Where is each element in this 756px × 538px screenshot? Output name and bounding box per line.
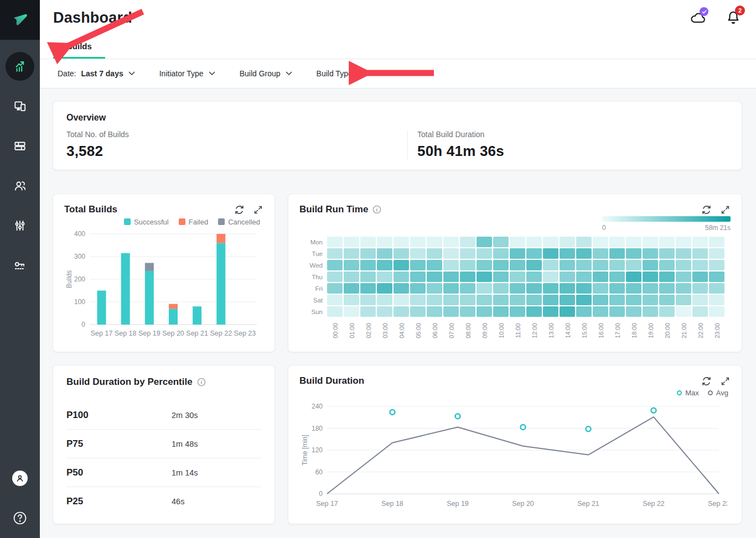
heatmap-cell <box>526 283 542 294</box>
percentile-value: 1m 14s <box>172 468 198 477</box>
refresh-button[interactable] <box>701 204 712 215</box>
filter-build-type[interactable]: Build Type <box>317 69 364 78</box>
heatmap-cell <box>676 295 691 305</box>
chevron-down-icon <box>358 71 364 76</box>
heatmap-cell <box>344 295 359 305</box>
heatmap-cell <box>543 306 558 317</box>
tab-builds[interactable]: Builds <box>53 41 105 59</box>
heatmap-cell <box>659 260 675 270</box>
legend-swatch-successful <box>124 218 131 225</box>
heatmap-cell <box>560 248 575 259</box>
percentile-rows: P100 2m 30s P75 1m 48s P50 1m 14s P25 46… <box>66 401 261 516</box>
legend-item-cancelled[interactable]: Cancelled <box>218 218 260 226</box>
build-duration-card: Build Duration <box>288 365 742 524</box>
app-logo[interactable] <box>0 0 40 40</box>
heatmap-time-label: 19:00 <box>643 317 659 344</box>
total-builds-card: Total Builds <box>53 194 275 352</box>
bar-segment-successful <box>97 291 106 325</box>
heatmap-cell <box>560 237 575 247</box>
y-tick-label: 60 <box>315 468 323 476</box>
heatmap-cell <box>393 260 409 270</box>
percentile-title: Build Duration by Percentile <box>66 377 193 388</box>
percentile-card: Build Duration by Percentile P100 2m 30s… <box>53 365 275 524</box>
sidebar-item-team[interactable] <box>0 166 40 206</box>
heatmap-cell <box>526 306 542 317</box>
devices-icon <box>13 99 27 113</box>
cloud-status-button[interactable] <box>690 9 706 26</box>
sidebar-bottom <box>0 458 40 538</box>
filter-build-group[interactable]: Build Group <box>240 69 292 78</box>
page-content: Overview Total No. of Builds 3,582 Total… <box>40 88 756 524</box>
legend-item-successful[interactable]: Successful <box>124 218 169 226</box>
legend-swatch-failed <box>179 218 185 225</box>
heatmap-time-label: 03:00 <box>377 317 393 344</box>
heatmap-cell <box>344 271 359 282</box>
y-tick-label: 0 <box>81 321 85 328</box>
y-tick-label: 400 <box>74 230 85 238</box>
heatmap-cell <box>427 248 442 259</box>
sidebar-item-apps[interactable] <box>0 86 40 126</box>
build-duration-legend: Max Avg <box>299 386 728 399</box>
legend-label: Avg <box>716 389 728 397</box>
heatmap-cell <box>593 283 608 294</box>
legend-item-failed[interactable]: Failed <box>179 218 208 226</box>
chevron-down-icon <box>209 71 215 76</box>
percentile-row: P75 1m 48s <box>66 430 261 458</box>
heatmap-cell <box>643 295 658 305</box>
overview-card: Overview Total No. of Builds 3,582 Total… <box>53 101 742 170</box>
info-button[interactable] <box>197 378 206 386</box>
charts-row-2: Build Duration by Percentile P100 2m 30s… <box>53 365 742 524</box>
heatmap-cell <box>626 295 641 305</box>
heatmap-cell <box>410 248 426 259</box>
help-button[interactable] <box>0 498 40 538</box>
filter-date[interactable]: Date: Last 7 days <box>58 69 135 78</box>
heatmap-cell <box>659 283 675 294</box>
heatmap-cell <box>593 306 608 317</box>
info-button[interactable] <box>372 205 381 214</box>
heatmap-cell <box>377 237 392 247</box>
percentile-value: 2m 30s <box>172 411 198 420</box>
heatmap-cell <box>659 237 675 247</box>
heatmap-cell <box>377 283 392 294</box>
heatmap-cell <box>443 271 459 282</box>
heatmap-cell <box>410 271 426 282</box>
heatmap-cell <box>410 306 426 317</box>
heatmap-cell <box>477 260 492 270</box>
legend-item-avg[interactable]: Avg <box>708 389 728 397</box>
percentile-label: P50 <box>66 467 172 478</box>
filter-initiator-type[interactable]: Initiator Type <box>159 69 215 78</box>
sidebar-item-insights[interactable] <box>0 46 40 86</box>
heatmap-time-label: 15:00 <box>576 317 593 344</box>
refresh-icon <box>701 205 712 215</box>
sidebar-item-credentials[interactable] <box>0 246 40 285</box>
expand-button[interactable] <box>719 204 731 215</box>
total-builds-title: Total Builds <box>64 204 117 215</box>
x-tick-label: Sep 23 <box>234 330 256 337</box>
heatmap-time-label: 00:00 <box>327 317 344 344</box>
refresh-button[interactable] <box>701 375 712 386</box>
key-icon <box>13 258 27 273</box>
heatmap-row: Tue <box>299 248 731 259</box>
bar-segment-successful <box>169 309 178 325</box>
heatmap-cell <box>327 306 343 317</box>
heatmap-cell <box>344 237 359 247</box>
heatmap-time-labels: 00:0001:0002:0003:0004:0005:0006:0007:00… <box>327 317 731 344</box>
user-avatar[interactable] <box>0 458 40 498</box>
sidebar <box>0 0 40 538</box>
sidebar-item-pipelines[interactable] <box>0 126 40 166</box>
heatmap-cell <box>427 295 442 305</box>
refresh-button[interactable] <box>234 204 245 215</box>
expand-button[interactable] <box>252 204 263 215</box>
heatmap-cell <box>593 271 608 282</box>
sidebar-item-settings[interactable] <box>0 206 40 246</box>
heatmap-cell <box>410 283 426 294</box>
heatmap-cell <box>360 283 376 294</box>
heatmap-cell <box>427 271 442 282</box>
notifications-button[interactable]: 2 <box>725 9 742 26</box>
info-icon <box>372 205 381 214</box>
legend-item-max[interactable]: Max <box>677 389 699 397</box>
refresh-icon <box>234 205 245 215</box>
heatmap-cell <box>493 283 509 294</box>
heatmap-time-label: 22:00 <box>692 317 709 344</box>
expand-button[interactable] <box>719 375 731 386</box>
